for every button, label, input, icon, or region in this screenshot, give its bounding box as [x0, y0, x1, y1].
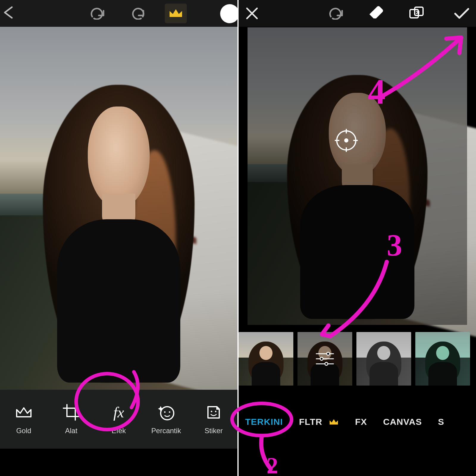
left-top-bar	[0, 0, 237, 27]
compare-icon[interactable]	[408, 5, 425, 22]
right-top-bar	[239, 0, 476, 27]
back-arrow-icon[interactable]	[2, 6, 18, 19]
undo-icon[interactable]	[89, 8, 106, 20]
svg-point-1	[164, 411, 165, 413]
sticker-icon	[206, 403, 222, 421]
tab-fltr[interactable]: FLTR	[299, 417, 322, 427]
effect-thumb-hijau-laut[interactable]: Hijau Laut	[415, 332, 470, 386]
effect-thumb-zoom-fokal[interactable]: Zoom Fokal	[298, 332, 352, 386]
effect-thumb-bwlowcon[interactable]: B&WLowCon	[356, 332, 411, 386]
tool-label: Alat	[65, 427, 77, 435]
next-circle-button[interactable]	[220, 4, 239, 23]
tab-fx[interactable]: FX	[355, 417, 367, 427]
crown-outline-icon	[15, 403, 32, 421]
tool-label: Stiker	[204, 427, 223, 435]
focal-crosshair-icon[interactable]	[333, 128, 359, 153]
effect-thumb-none[interactable]: Tidak ada	[239, 332, 293, 386]
tab-more[interactable]: S	[438, 417, 444, 427]
effect-thumbnail-row: Tidak ada Zoom Fokal B&WLow	[239, 332, 476, 394]
premium-crown-button[interactable]	[165, 4, 187, 23]
tool-alat[interactable]: Alat	[48, 390, 95, 449]
crown-icon	[329, 418, 339, 426]
redo-icon[interactable]	[129, 8, 146, 20]
tool-gold[interactable]: Gold	[0, 390, 48, 449]
tool-label: Percantik	[151, 427, 181, 435]
apply-check-icon[interactable]	[454, 8, 469, 20]
fx-icon: fx	[113, 403, 124, 421]
close-icon[interactable]	[245, 7, 259, 20]
tool-label: Efek	[112, 427, 126, 435]
svg-point-3	[211, 411, 212, 412]
crop-icon	[63, 403, 79, 421]
tool-percantik[interactable]: Percantik	[143, 390, 190, 449]
portrait-photo	[248, 27, 467, 325]
svg-point-4	[215, 411, 217, 412]
left-bottom-strip	[0, 449, 237, 476]
tab-terkini[interactable]: TERKINI	[245, 417, 283, 427]
effect-category-tabs: TERKINI FLTR FX CANVAS S	[239, 410, 476, 434]
svg-point-8	[344, 138, 348, 143]
editor-effects-screen: Tidak ada Zoom Fokal B&WLow	[239, 0, 476, 476]
tool-efek[interactable]: fx Efek	[95, 390, 143, 449]
right-image-canvas[interactable]	[248, 27, 467, 325]
tool-stiker[interactable]: Stiker	[190, 390, 237, 449]
sliders-icon	[314, 351, 335, 367]
tab-canvas[interactable]: CANVAS	[383, 417, 422, 427]
undo-icon[interactable]	[328, 8, 345, 20]
svg-point-11	[325, 362, 328, 365]
bottom-tool-bar: Gold Alat fx Efek Percantik	[0, 390, 237, 449]
panel-divider	[237, 0, 239, 476]
eraser-icon[interactable]	[368, 5, 384, 21]
svg-point-10	[320, 357, 323, 360]
svg-point-9	[327, 352, 330, 355]
crown-icon	[168, 7, 183, 19]
left-image-canvas[interactable]	[0, 27, 237, 390]
editor-main-screen: Gold Alat fx Efek Percantik	[0, 0, 237, 476]
portrait-photo	[0, 27, 237, 390]
tool-label: Gold	[16, 427, 31, 435]
beautify-face-icon	[158, 403, 175, 421]
svg-point-2	[169, 411, 170, 413]
